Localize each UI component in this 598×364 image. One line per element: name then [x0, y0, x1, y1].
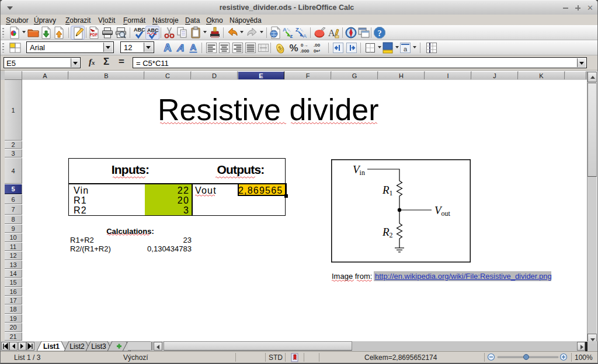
svg-text:?: ? — [378, 29, 382, 38]
svg-text:A: A — [176, 42, 187, 53]
svg-text:A: A — [303, 33, 307, 39]
svg-text:Z: Z — [295, 26, 299, 33]
svg-text:.00: .00 — [314, 43, 321, 48]
svg-text:A: A — [190, 42, 197, 52]
svg-text:%: % — [289, 43, 298, 54]
svg-text:0→: 0→ — [301, 43, 308, 48]
svg-text:List1: List1 — [43, 342, 60, 351]
svg-text:0↩: 0↩ — [314, 48, 320, 54]
svg-text:z: z — [290, 33, 293, 39]
svg-text:ABC: ABC — [147, 27, 159, 33]
svg-text:A: A — [164, 42, 172, 54]
svg-text:A: A — [328, 28, 335, 38]
svg-text:PDF: PDF — [90, 33, 98, 37]
svg-text:.000: .000 — [300, 48, 310, 54]
svg-text:List3: List3 — [91, 342, 106, 351]
svg-text:List2: List2 — [69, 342, 85, 351]
svg-text:a: a — [404, 46, 408, 52]
svg-text:ABC: ABC — [134, 27, 145, 33]
